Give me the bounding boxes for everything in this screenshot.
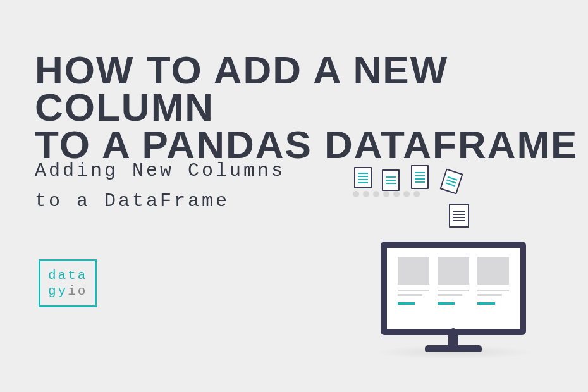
subtitle-line-2: to a DataFrame <box>35 190 230 212</box>
monitor-stand <box>448 335 458 345</box>
monitor-button-icon <box>451 328 456 333</box>
content-card-icon <box>477 257 509 305</box>
document-icon <box>449 204 469 228</box>
document-icon <box>354 167 372 188</box>
document-icon <box>439 169 463 195</box>
document-icon <box>382 169 400 191</box>
dots-decoration <box>353 191 420 197</box>
content-card-icon <box>398 257 429 305</box>
monitor-documents-illustration <box>348 162 544 358</box>
monitor-screen <box>381 242 526 335</box>
logo-text-io: io <box>68 284 87 298</box>
monitor-base <box>425 345 482 352</box>
page-subtitle: Adding New Columns to a DataFrame <box>35 156 285 216</box>
document-icon <box>411 165 429 189</box>
page-title: HOW TO ADD A NEW COLUMN TO A PANDAS DATA… <box>35 52 588 164</box>
headline-line-1: HOW TO ADD A NEW COLUMN <box>35 48 448 129</box>
content-card-icon <box>438 257 469 305</box>
logo-text-gy: gy <box>48 284 68 298</box>
monitor-icon <box>381 242 526 352</box>
datagy-logo: data gyio <box>39 259 97 307</box>
subtitle-line-1: Adding New Columns <box>35 160 285 181</box>
logo-text-line-1: data <box>48 268 87 283</box>
